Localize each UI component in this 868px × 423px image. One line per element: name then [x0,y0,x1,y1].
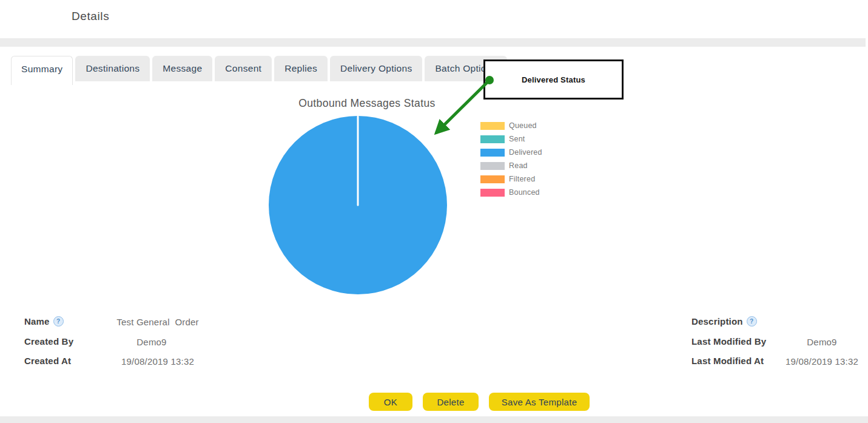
action-button-row: OK Delete Save As Template [369,393,590,411]
tab-bar: Summary Destinations Message Consent Rep… [11,56,507,85]
legend-label: Read [509,161,528,170]
created-by-label: Created By [24,336,73,347]
legend-item-read[interactable]: Read [480,159,542,172]
legend-swatch-bounced [480,189,505,197]
legend-label: Delivered [509,148,542,157]
last-modified-at-value: 19/08/2019 13:32 [776,356,867,367]
tab-consent[interactable]: Consent [215,56,272,81]
chart-legend: Queued Sent Delivered Read Filtered Boun… [480,119,542,199]
page-title: Details [72,10,109,23]
legend-item-delivered[interactable]: Delivered [480,146,542,159]
tab-destinations[interactable]: Destinations [75,56,150,81]
name-label: Name ? [24,316,64,327]
tab-summary[interactable]: Summary [11,56,73,85]
description-label: Description ? [691,316,757,327]
legend-item-bounced[interactable]: Bounced [480,186,542,199]
legend-item-sent[interactable]: Sent [480,132,542,146]
name-label-text: Name [24,316,50,327]
last-modified-by-label: Last Modified By [691,336,766,347]
legend-swatch-sent [480,135,505,143]
legend-item-queued[interactable]: Queued [480,119,542,132]
pie-chart[interactable] [268,115,448,295]
help-icon[interactable]: ? [53,316,64,327]
legend-swatch-queued [480,122,505,130]
legend-label: Filtered [509,175,535,183]
description-label-text: Description [691,316,743,327]
tab-replies[interactable]: Replies [274,56,328,81]
tab-message[interactable]: Message [152,56,212,81]
created-at-label: Created At [24,356,71,366]
last-modified-by-value: Demo9 [776,337,867,347]
legend-swatch-delivered [480,149,505,157]
chart-title: Outbound Messages Status [267,97,467,110]
created-by-value: Demo9 [91,337,212,347]
legend-label: Bounced [509,188,540,197]
legend-item-filtered[interactable]: Filtered [480,172,542,186]
delete-button[interactable]: Delete [423,393,479,411]
save-as-template-button[interactable]: Save As Template [489,393,590,411]
name-value: Test General Order [91,317,224,327]
legend-label: Sent [509,135,525,143]
legend-swatch-filtered [480,175,505,183]
delivered-status-callout: Delivered Status [483,59,624,100]
legend-swatch-read [480,162,505,170]
last-modified-at-label: Last Modified At [691,356,764,366]
bottom-divider-bar [0,416,868,423]
ok-button[interactable]: OK [369,393,412,411]
top-divider-bar [0,38,866,47]
legend-label: Queued [509,121,537,130]
delivered-status-callout-label: Delivered Status [522,75,585,84]
tab-delivery-options[interactable]: Delivery Options [330,56,423,81]
help-icon[interactable]: ? [747,316,757,327]
created-at-value: 19/08/2019 13:32 [91,356,224,367]
